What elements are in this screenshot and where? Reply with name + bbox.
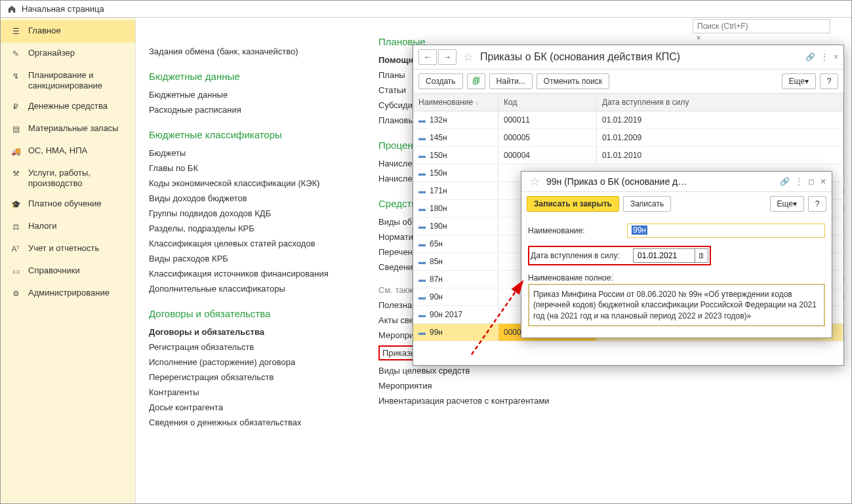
tax-icon: ⚖ [10,221,22,233]
truck-icon: 🚚 [10,145,22,157]
table-row[interactable]: ▬145н00000501.01.2009 [413,129,843,147]
th-name[interactable]: Наименование↓ [413,94,498,111]
sidebar-item-dictionaries[interactable]: ▭ Справочники [1,260,135,282]
gear-icon: ⚙ [10,288,22,300]
link-c9[interactable]: Дополнительные классификаторы [149,281,352,296]
link-d6[interactable]: Сведения о денежных обязательствах [149,415,352,430]
more-button[interactable]: Еще ▾ [770,196,804,212]
star-icon[interactable]: ☆ [463,50,474,64]
planning-icon: ↯ [10,70,22,82]
table-row[interactable]: ▬132н00001101.01.2019 [413,111,843,129]
star-icon[interactable]: ☆ [529,174,540,189]
sidebar-item-inventory[interactable]: ▤ Материальные запасы [1,118,135,140]
close-icon[interactable]: ✕ [820,177,826,186]
section-classifiers: Бюджетные классификаторы [149,129,352,140]
organizer-icon: ✎ [10,48,22,60]
link-c6[interactable]: Классификация целевых статей расходов [149,236,352,251]
link-c8[interactable]: Классификация источников финансирования [149,266,352,281]
find-button[interactable]: Найти... [489,73,533,89]
sidebar-item-organizer[interactable]: ✎ Органайзер [1,43,135,65]
link-c7[interactable]: Виды расходов КРБ [149,251,352,266]
link-d4[interactable]: Контрагенты [149,385,352,400]
link-exchange[interactable]: Задания обмена (банк, казначейство) [149,44,352,59]
input-name[interactable]: 99н [627,223,825,238]
link-c2[interactable]: Коды экономической классификации (КЭК) [149,176,352,191]
chevron-down-icon: ▾ [805,77,809,86]
link-icon[interactable]: 🔗 [805,52,815,62]
row-marker-icon: ▬ [418,240,426,248]
table-row[interactable]: ▬150н00000401.01.2010 [413,147,843,165]
sidebar-item-assets[interactable]: 🚚 ОС, НМА, НПА [1,140,135,163]
sidebar-item-main[interactable]: ☰ Главное [1,20,135,43]
window-title: Приказы о БК (основания действия КПС) [480,51,801,63]
link-d3[interactable]: Перерегистрация обязательств [149,370,352,385]
chevron-down-icon: ▾ [793,199,797,208]
create-button[interactable]: Создать [418,73,463,89]
menu-icon[interactable]: ⋮ [821,52,828,62]
row-marker-icon: ▬ [418,134,426,142]
save-close-button[interactable]: Записать и закрыть [527,196,619,212]
save-button[interactable]: Записать [623,196,671,212]
nav-back-button[interactable]: ← [418,49,437,65]
link-d0[interactable]: Договоры и обязательства [149,324,352,339]
menu-icon[interactable]: ⋮ [795,177,803,186]
row-marker-icon: ▬ [418,258,426,265]
row-marker-icon: ▬ [418,222,426,230]
inventory-icon: ▤ [10,123,22,135]
row-marker-icon: ▬ [418,169,426,177]
section-contracts: Договоры и обязательства [149,308,352,319]
services-icon: ⚒ [10,168,22,180]
ruble-icon: ₽ [10,101,22,113]
sa6[interactable]: Инвентаризация расчетов с контрагентами [378,393,582,408]
sidebar-item-reports[interactable]: Aᵀ Учет и отчетность [1,238,135,260]
link-expenses[interactable]: Расходные расписания [149,102,352,117]
help-button[interactable]: ? [808,196,826,212]
sidebar-item-tax[interactable]: ⚖ Налоги [1,216,135,238]
section-budget-data: Бюджетные данные [149,71,352,82]
row-marker-icon: ▬ [418,293,426,301]
form-title: 99н (Приказ о БК (основание д… [546,176,776,187]
link-d5[interactable]: Досье контрагента [149,400,352,415]
link-budget-data[interactable]: Бюджетные данные [149,87,352,102]
close-icon[interactable]: × [834,52,838,62]
link-icon[interactable]: 🔗 [780,177,790,186]
row-marker-icon: ▬ [418,187,426,195]
th-code[interactable]: Код [498,94,597,111]
window-order-form: ☆ 99н (Приказ о БК (основание д… 🔗 ⋮ ◻ ✕… [521,171,832,338]
row-marker-icon: ▬ [418,311,426,319]
sidebar-item-admin[interactable]: ⚙ Администрирование [1,282,135,305]
link-d2[interactable]: Исполнение (расторжение) договора [149,355,352,370]
row-marker-icon: ▬ [418,151,426,159]
sidebar-item-planning[interactable]: ↯ Планирование и санкционирование [1,65,135,96]
sidebar-item-education[interactable]: 🎓 Платное обучение [1,193,135,216]
sidebar-item-services[interactable]: ⚒ Услуги, работы, производство [1,163,135,193]
cancel-find-button[interactable]: Отменить поиск [537,73,609,89]
sa5[interactable]: Мероприятия [378,378,582,393]
copy-button[interactable]: 🗐 [467,73,485,89]
page-title: Начальная страница [22,4,104,14]
input-date[interactable] [633,248,695,263]
link-c3[interactable]: Виды доходов бюджетов [149,191,352,206]
th-date[interactable]: Дата вступления в силу [597,94,843,111]
link-c0[interactable]: Бюджеты [149,145,352,161]
more-button[interactable]: Еще ▾ [782,73,816,89]
row-marker-icon: ▬ [418,116,426,124]
link-c5[interactable]: Разделы, подразделы КРБ [149,221,352,236]
maximize-icon[interactable]: ◻ [808,177,815,186]
row-marker-icon: ▬ [418,328,426,336]
link-d1[interactable]: Регистрация обязательств [149,339,352,355]
calendar-icon[interactable]: 🗓 [695,248,708,263]
row-marker-icon: ▬ [418,204,426,212]
sort-asc-icon: ↓ [476,99,479,106]
textarea-full[interactable]: Приказ Минфина России от 08.06.2020 № 99… [529,284,824,326]
education-icon: 🎓 [10,199,22,210]
link-c1[interactable]: Главы по БК [149,161,352,176]
label-name: Наименование: [528,226,623,235]
nav-fwd-button[interactable]: → [438,49,456,65]
help-button[interactable]: ? [820,73,838,89]
list-icon: ☰ [10,26,22,37]
link-c4[interactable]: Группы подвидов доходов КДБ [149,206,352,221]
label-date: Дата вступления в силу: [531,251,629,260]
sidebar-item-money[interactable]: ₽ Денежные средства [1,96,135,118]
titlebar: Начальная страница [1,1,851,18]
